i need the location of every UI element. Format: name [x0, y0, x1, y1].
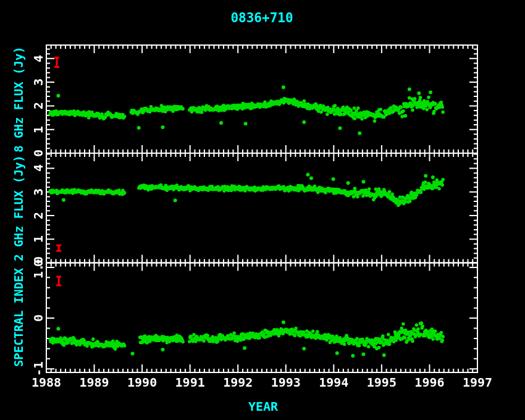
x-tick-label: 1990 — [127, 375, 157, 390]
light-curve-plot-canvas — [0, 0, 525, 420]
y-tick-label: 4 — [31, 55, 46, 62]
x-tick-label: 1992 — [223, 375, 253, 390]
y-tick-label: 2 — [31, 102, 46, 109]
y-axis-title-2ghz-flux: 2 GHz FLUX (Jy) — [12, 155, 25, 261]
y-tick-label: 3 — [31, 78, 46, 86]
y-tick-label: 0 — [31, 149, 46, 157]
y-tick-label: 4 — [31, 164, 46, 172]
x-tick-label: 1995 — [367, 375, 397, 390]
y-axis-title-spectral-index: SPECTRAL INDEX — [12, 268, 25, 367]
y-tick-label: 1 — [31, 235, 46, 243]
y-tick-label: 3 — [31, 188, 46, 196]
plot-window: 0836+710 YEAR 8 GHz FLUX (Jy) 2 GHz FLUX… — [0, 0, 525, 420]
y-tick-label: 1 — [31, 126, 46, 133]
x-tick-label: 1994 — [319, 375, 348, 390]
x-tick-label: 1993 — [271, 375, 301, 390]
x-tick-label: 1997 — [463, 375, 492, 390]
x-tick-label: 1988 — [32, 375, 61, 390]
y-tick-label: 1.0 — [31, 256, 46, 279]
y-tick-label: -1 — [31, 361, 46, 376]
y-axis-title-8ghz-flux: 8 GHz FLUX (Jy) — [12, 46, 25, 153]
x-axis-title: YEAR — [248, 399, 278, 414]
plot-title: 0836+710 — [230, 10, 293, 25]
y-tick-label: 2 — [31, 212, 46, 219]
y-tick-label: 0 — [31, 314, 46, 322]
x-tick-label: 1991 — [175, 375, 205, 390]
x-tick-label: 1989 — [79, 375, 109, 390]
x-tick-label: 1996 — [414, 375, 444, 390]
